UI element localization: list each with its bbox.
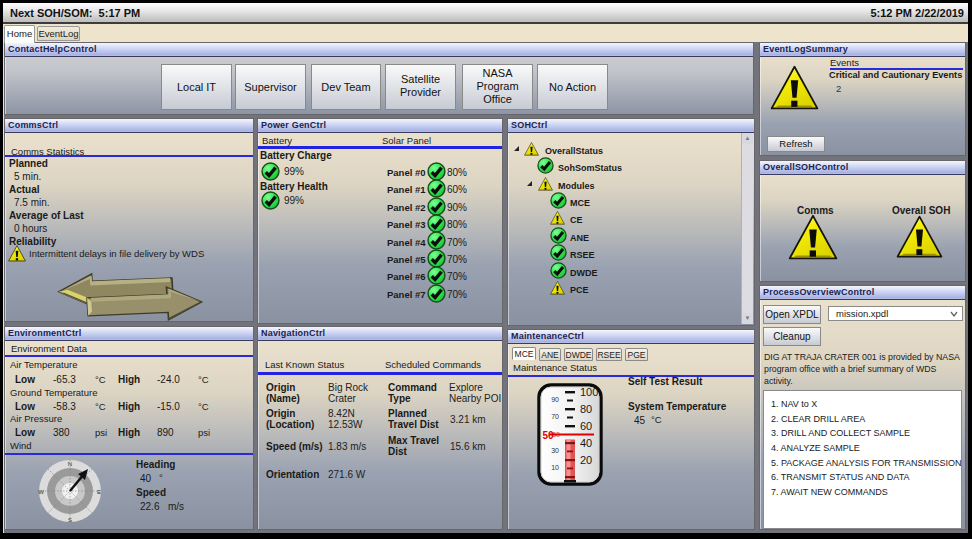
svg-text:60: 60 — [580, 420, 592, 432]
svg-text:S: S — [68, 517, 72, 523]
svg-text:90: 90 — [551, 396, 559, 403]
svg-text:E: E — [97, 489, 101, 495]
svg-text:80: 80 — [580, 403, 592, 415]
svg-text:W: W — [38, 489, 44, 495]
svg-text:20: 20 — [580, 454, 592, 466]
svg-text:70: 70 — [551, 413, 559, 420]
svg-text:40: 40 — [580, 437, 592, 449]
svg-text:50: 50 — [542, 430, 554, 441]
svg-text:100: 100 — [580, 386, 598, 398]
svg-text:N: N — [68, 461, 72, 467]
svg-text:10: 10 — [551, 464, 559, 471]
svg-text:30: 30 — [551, 447, 559, 454]
